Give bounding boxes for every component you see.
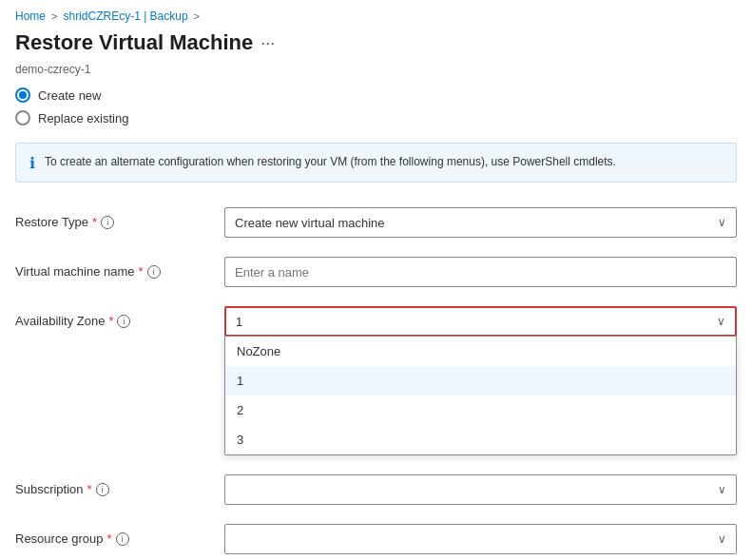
radio-replace-existing-circle — [15, 110, 30, 126]
resource-group-dropdown[interactable]: ∨ — [224, 524, 737, 554]
radio-create-new-label: Create new — [38, 88, 101, 103]
info-banner: ℹ To create an alternate configuration w… — [15, 143, 737, 183]
availability-zone-control: 1 ∨ NoZone 1 2 3 — [224, 306, 737, 455]
restore-type-chevron-icon: ∨ — [718, 216, 726, 229]
more-options-icon[interactable]: ··· — [260, 33, 275, 53]
info-banner-icon: ℹ — [29, 154, 35, 172]
dropdown-option-2[interactable]: 2 — [225, 396, 736, 425]
resource-group-chevron-icon: ∨ — [718, 532, 726, 546]
subscription-control: ∨ — [224, 474, 737, 505]
vm-name-required: * — [139, 264, 144, 279]
availability-zone-menu: NoZone 1 2 3 — [224, 336, 737, 455]
radio-replace-existing[interactable]: Replace existing — [15, 110, 737, 126]
dropdown-option-nozone[interactable]: NoZone — [225, 337, 736, 366]
vm-name-control — [224, 257, 737, 287]
form-section: Restore Type * i Create new virtual mach… — [0, 198, 752, 560]
restore-type-value: Create new virtual machine — [235, 216, 385, 230]
dropdown-option-3[interactable]: 3 — [225, 425, 736, 454]
resource-group-control: ∨ — [224, 524, 737, 554]
restore-type-row: Restore Type * i Create new virtual mach… — [15, 198, 737, 247]
radio-create-new-circle — [15, 87, 30, 103]
vm-name-row: Virtual machine name * i — [15, 247, 737, 297]
dropdown-option-1[interactable]: 1 — [225, 366, 736, 396]
restore-type-control: Create new virtual machine ∨ — [224, 207, 737, 238]
availability-zone-chevron-icon: ∨ — [717, 315, 725, 328]
breadcrumb-sep1: > — [51, 10, 57, 22]
restore-type-dropdown[interactable]: Create new virtual machine ∨ — [224, 207, 737, 238]
subscription-required: * — [87, 482, 92, 496]
restore-type-required: * — [92, 215, 97, 229]
restore-option-group: Create new Replace existing — [0, 82, 752, 135]
resource-group-label: Resource group * i — [15, 524, 224, 546]
availability-zone-label: Availability Zone * i — [15, 306, 224, 328]
restore-type-label: Restore Type * i — [15, 207, 224, 229]
page-subtitle: demo-czrecy-1 — [0, 63, 752, 82]
radio-create-new[interactable]: Create new — [15, 87, 737, 103]
breadcrumb-home[interactable]: Home — [15, 10, 46, 23]
restore-type-info-icon[interactable]: i — [101, 216, 114, 229]
vm-name-input[interactable] — [224, 257, 737, 287]
subscription-chevron-icon: ∨ — [718, 483, 726, 496]
availability-zone-row: Availability Zone * i 1 ∨ NoZone 1 2 3 — [15, 297, 737, 465]
breadcrumb-sep2: > — [194, 10, 200, 22]
vm-name-label: Virtual machine name * i — [15, 257, 224, 279]
subscription-label: Subscription * i — [15, 474, 224, 496]
subscription-info-icon[interactable]: i — [96, 483, 109, 496]
availability-zone-value: 1 — [236, 315, 242, 329]
availability-zone-required: * — [108, 314, 113, 328]
radio-replace-existing-label: Replace existing — [38, 111, 128, 126]
vm-name-info-icon[interactable]: i — [147, 265, 161, 279]
availability-zone-info-icon[interactable]: i — [117, 315, 130, 328]
resource-group-info-icon[interactable]: i — [116, 532, 129, 546]
breadcrumb-resource[interactable]: shridCZREcy-1 | Backup — [63, 10, 187, 23]
resource-group-required: * — [107, 531, 112, 546]
info-banner-text: To create an alternate configuration whe… — [45, 153, 616, 170]
availability-zone-dropdown[interactable]: 1 ∨ — [224, 306, 737, 337]
breadcrumb: Home > shridCZREcy-1 | Backup > — [0, 0, 752, 27]
resource-group-row: Resource group * i ∨ — [15, 514, 737, 560]
subscription-row: Subscription * i ∨ — [15, 465, 737, 514]
page-title: Restore Virtual Machine — [15, 30, 253, 55]
subscription-dropdown[interactable]: ∨ — [224, 474, 737, 505]
